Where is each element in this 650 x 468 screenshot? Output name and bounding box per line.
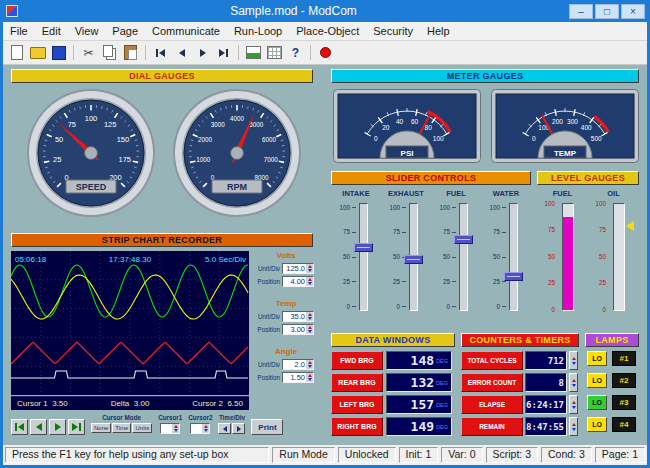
cursor1-spinner[interactable] (160, 423, 180, 434)
position-spinner[interactable]: 4.00 (282, 276, 314, 287)
level-label: FUEL (537, 189, 588, 199)
slider-handle[interactable] (504, 272, 523, 281)
help-icon[interactable]: ? (286, 44, 305, 62)
menu-item-help[interactable]: Help (420, 25, 457, 37)
level-fill (563, 217, 573, 310)
data-window-display[interactable]: 149DEG (386, 417, 452, 436)
slider-scale-tick: 0 (333, 303, 350, 311)
svg-text:75: 75 (68, 120, 76, 129)
menu-item-communicate[interactable]: Communicate (145, 25, 227, 37)
data-window-display[interactable]: 148DEG (386, 351, 452, 370)
lamp-state-2[interactable]: LO (587, 373, 607, 388)
close-button[interactable]: × (621, 4, 645, 19)
menu-item-file[interactable]: File (3, 25, 35, 37)
maximize-button[interactable]: □ (595, 4, 619, 19)
new-icon[interactable] (7, 44, 26, 62)
channel-name: Volts (255, 251, 317, 261)
psi-meter-gauge[interactable]: 020406080100PSI (333, 89, 481, 163)
slider-track[interactable] (509, 203, 518, 311)
last-icon[interactable] (214, 44, 233, 62)
lamp-row-1: LO#1 (587, 351, 636, 366)
data-window-display[interactable]: 157DEG (386, 395, 452, 414)
svg-text:PSI: PSI (401, 149, 414, 158)
counter-label: TOTAL CYCLES (461, 351, 523, 370)
svg-text:125: 125 (104, 120, 117, 129)
data-windows-header: DATA WINDOWS (331, 333, 455, 347)
position-spinner[interactable]: 3.00 (282, 324, 314, 335)
slider-scale-tick: 75 (483, 228, 500, 236)
print-button[interactable]: Print (251, 419, 283, 435)
counter-display[interactable]: 8 (525, 373, 567, 392)
channel-name: Angle (255, 347, 317, 357)
svg-text:500: 500 (591, 135, 602, 142)
counter-spinner[interactable] (569, 395, 578, 414)
counter-spinner[interactable] (569, 373, 578, 392)
time-div-down-button[interactable] (218, 423, 231, 434)
time-div-label: Time/Div (219, 414, 245, 421)
go-start-button[interactable] (11, 419, 28, 435)
slider-handle[interactable] (454, 235, 473, 244)
menu-item-security[interactable]: Security (366, 25, 420, 37)
go-end-button[interactable] (68, 419, 85, 435)
step-forward-button[interactable] (49, 419, 66, 435)
delta-readout: Delta 3.00 (111, 399, 150, 408)
lamp-state-3[interactable]: LO (587, 395, 607, 410)
prev-icon[interactable] (172, 44, 191, 62)
unit-div-spinner[interactable]: 35.0 (282, 311, 314, 322)
chart-icon[interactable] (244, 44, 263, 62)
slider-scale-tick: 25 (333, 278, 350, 286)
unit-div-spinner[interactable]: 125.0 (282, 263, 314, 274)
unit-div-spinner[interactable]: 2.0 (282, 359, 314, 370)
menu-item-edit[interactable]: Edit (35, 25, 68, 37)
slider-scale-tick: 50 (483, 253, 500, 261)
lamp-state-1[interactable]: LO (587, 351, 607, 366)
temp-meter-gauge[interactable]: 0100200300400500TEMP (491, 89, 639, 163)
cursor-mode-none-button[interactable]: None (91, 423, 111, 433)
copy-icon[interactable] (100, 44, 119, 62)
slider-handle[interactable] (404, 255, 423, 264)
slider-handle[interactable] (354, 243, 373, 252)
counter-spinner[interactable] (569, 417, 578, 436)
data-window-display[interactable]: 132DEG (386, 373, 452, 392)
slider-label: WATER (481, 189, 531, 199)
counter-spinner[interactable] (569, 351, 578, 370)
counter-display[interactable]: 6:24:17 (525, 395, 567, 414)
position-label: Position (255, 326, 280, 333)
cursor1-readout: Cursor 1 3.50 (17, 399, 68, 408)
menu-item-run-loop[interactable]: Run-Loop (227, 25, 289, 37)
counter-display[interactable]: 8:47:55 (525, 417, 567, 436)
lamp-row-3: LO#3 (587, 395, 636, 410)
menu-item-place-object[interactable]: Place-Object (289, 25, 366, 37)
menu-item-view[interactable]: View (68, 25, 106, 37)
open-icon[interactable] (28, 44, 47, 62)
cursor-mode-time-button[interactable]: Time (112, 423, 131, 433)
record-icon[interactable] (316, 44, 335, 62)
slider-intake: INTAKE1007550250 (331, 189, 381, 321)
cursor2-spinner[interactable] (190, 423, 210, 434)
counter-display[interactable]: 712 (525, 351, 567, 370)
next-icon[interactable] (193, 44, 212, 62)
strip-chart-plot[interactable]: 05:06:1817:37:48.305.0 Sec/Div (11, 251, 249, 395)
slider-track[interactable] (359, 203, 368, 311)
cursor-mode-group: Cursor ModeNoneTimeUnits (91, 414, 152, 433)
cut-icon[interactable]: ✂ (79, 44, 98, 62)
minimize-button[interactable]: – (569, 4, 593, 19)
rpm-dial-gauge[interactable]: 010002000300040005000600070008000RPM (171, 87, 303, 219)
menu-item-page[interactable]: Page (105, 25, 145, 37)
svg-text:TEMP: TEMP (554, 149, 577, 158)
svg-text:60: 60 (411, 118, 419, 125)
paste-icon[interactable] (121, 44, 140, 62)
first-icon[interactable] (151, 44, 170, 62)
position-spinner[interactable]: 1.50 (282, 372, 314, 383)
title-bar[interactable]: Sample.mod - ModCom – □ × (0, 0, 650, 22)
data-window-label: LEFT BRG (331, 395, 383, 414)
speed-dial-gauge[interactable]: 0255075100125150175200SPEED (25, 87, 157, 219)
lamp-state-4[interactable]: LO (587, 417, 607, 432)
slider-track[interactable] (459, 203, 468, 311)
slider-label: INTAKE (331, 189, 381, 199)
time-div-up-button[interactable] (232, 423, 245, 434)
step-back-button[interactable] (30, 419, 47, 435)
save-icon[interactable] (49, 44, 68, 62)
cursor-mode-units-button[interactable]: Units (132, 423, 152, 433)
grid-icon[interactable] (265, 44, 284, 62)
